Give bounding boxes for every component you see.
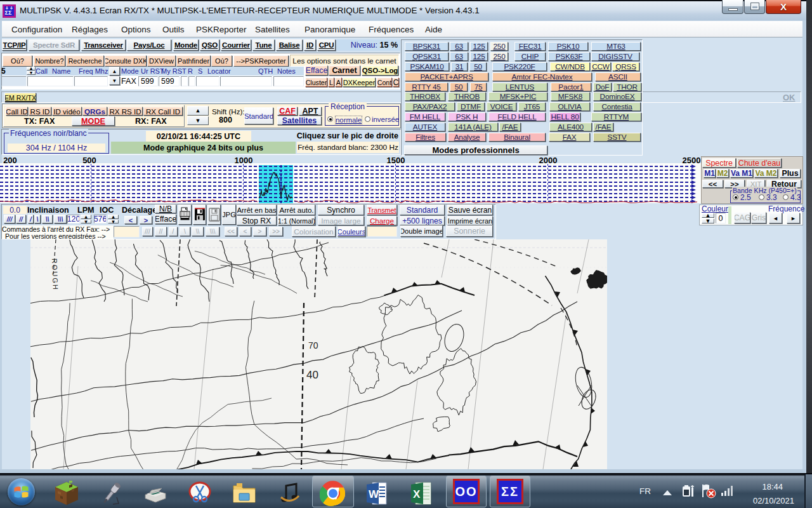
svg-text:ΣΣ: ΣΣ bbox=[5, 10, 12, 16]
svg-text:40: 40 bbox=[306, 369, 318, 381]
svg-text:ROUGH: ROUGH bbox=[51, 258, 60, 291]
svg-text:70: 70 bbox=[308, 340, 318, 351]
svg-text:X: X bbox=[413, 488, 421, 500]
svg-text:W: W bbox=[369, 488, 379, 500]
